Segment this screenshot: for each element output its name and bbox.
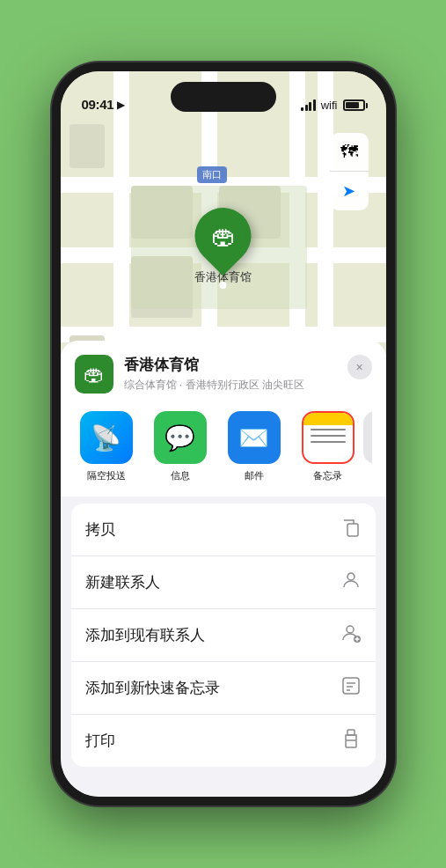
venue-info: 香港体育馆 综合体育馆 · 香港特别行政区 油尖旺区 — [124, 355, 337, 393]
location-arrow-icon: ▶ — [117, 99, 125, 111]
phone-screen: 09:41 ▶ wifi — [61, 71, 386, 797]
action-label-print: 打印 — [85, 731, 115, 751]
notes-lines — [311, 429, 346, 443]
status-icons: wifi — [301, 99, 364, 112]
notes-line-3 — [311, 441, 346, 443]
notes-line-1 — [311, 429, 346, 430]
more-icon — [363, 411, 372, 464]
venue-emoji: 🏟 — [211, 222, 236, 251]
notes-line-2 — [311, 435, 346, 437]
venue-icon: 🏟 — [75, 355, 113, 394]
action-item-quick-note[interactable]: 添加到新快速备忘录 — [71, 662, 376, 715]
venue-name: 香港体育馆 — [124, 355, 337, 375]
svg-rect-0 — [347, 524, 358, 536]
map-block-4 — [69, 124, 105, 168]
battery-icon — [343, 99, 365, 111]
pin-dot — [220, 282, 227, 289]
airdrop-label: 隔空投送 — [87, 469, 126, 482]
location-arrow-map-icon: ➤ — [342, 181, 355, 201]
venue-header: 🏟 香港体育馆 综合体育馆 · 香港特别行政区 油尖旺区 × — [75, 355, 372, 394]
messages-icon: 💬 — [154, 411, 207, 464]
share-item-messages[interactable]: 💬 信息 — [149, 411, 212, 482]
mail-label: 邮件 — [245, 469, 264, 482]
pin-circle: 🏟 — [183, 196, 263, 276]
action-item-print[interactable]: 打印 — [71, 715, 376, 767]
venue-subtitle: 综合体育馆 · 香港特别行政区 油尖旺区 — [124, 378, 337, 393]
venue-icon-emoji: 🏟 — [84, 362, 105, 386]
dynamic-island — [171, 82, 276, 112]
action-list: 拷贝 新建联系人 — [71, 504, 376, 767]
share-item-more[interactable] — [370, 411, 372, 482]
map-view-button[interactable]: 🗺 — [330, 133, 369, 172]
pin-inner: 🏟 — [201, 213, 246, 259]
svg-rect-6 — [343, 678, 359, 694]
notes-icon — [302, 411, 355, 464]
messages-label: 信息 — [171, 469, 190, 482]
location-button[interactable]: ➤ — [330, 172, 369, 210]
airdrop-symbol: 📡 — [91, 423, 121, 452]
status-time: 09:41 — [82, 97, 114, 112]
signal-bar-3 — [309, 102, 311, 111]
battery-fill — [346, 102, 359, 108]
phone-frame: 09:41 ▶ wifi — [52, 63, 395, 805]
mail-symbol: ✉️ — [238, 423, 269, 452]
south-gate-label: 南口 — [197, 166, 227, 183]
svg-point-1 — [347, 573, 355, 580]
wifi-icon: wifi — [321, 99, 338, 112]
action-label-copy: 拷贝 — [85, 519, 115, 540]
location-pin: 🏟 香港体育馆 — [194, 208, 252, 285]
svg-rect-11 — [347, 730, 355, 735]
map-controls: 🗺 ➤ — [330, 133, 369, 210]
share-item-notes[interactable]: 备忘录 — [296, 411, 360, 482]
bottom-sheet: 🏟 香港体育馆 综合体育馆 · 香港特别行政区 油尖旺区 × — [61, 341, 386, 797]
messages-symbol: 💬 — [165, 423, 195, 452]
svg-point-2 — [347, 626, 354, 633]
share-item-airdrop[interactable]: 📡 隔空投送 — [75, 411, 138, 482]
copy-icon — [340, 517, 362, 542]
venue-card: 🏟 香港体育馆 综合体育馆 · 香港特别行政区 油尖旺区 × — [61, 341, 386, 497]
mail-icon: ✉️ — [228, 411, 281, 464]
action-item-copy[interactable]: 拷贝 — [71, 504, 376, 556]
action-label-add-contact: 添加到现有联系人 — [85, 625, 205, 645]
action-label-quick-note: 添加到新快速备忘录 — [85, 678, 220, 698]
add-contact-icon — [340, 622, 362, 648]
action-label-new-contact: 新建联系人 — [85, 572, 160, 592]
airdrop-icon: 📡 — [80, 411, 133, 464]
action-item-add-contact[interactable]: 添加到现有联系人 — [71, 609, 376, 662]
new-contact-icon — [340, 570, 362, 595]
print-icon — [340, 728, 362, 754]
venue-close-button[interactable]: × — [347, 355, 372, 379]
signal-bar-1 — [301, 107, 303, 111]
signal-bar-4 — [313, 99, 316, 111]
notes-label: 备忘录 — [313, 469, 342, 482]
action-item-new-contact[interactable]: 新建联系人 — [71, 556, 376, 609]
quick-note-icon — [340, 675, 362, 701]
share-actions-row: 📡 隔空投送 💬 信息 ✉️ — [75, 408, 372, 497]
signal-bar-2 — [305, 105, 308, 111]
share-item-mail[interactable]: ✉️ 邮件 — [223, 411, 286, 482]
svg-rect-10 — [346, 740, 356, 747]
signal-bars — [301, 99, 316, 111]
notes-top-bar — [303, 413, 353, 425]
